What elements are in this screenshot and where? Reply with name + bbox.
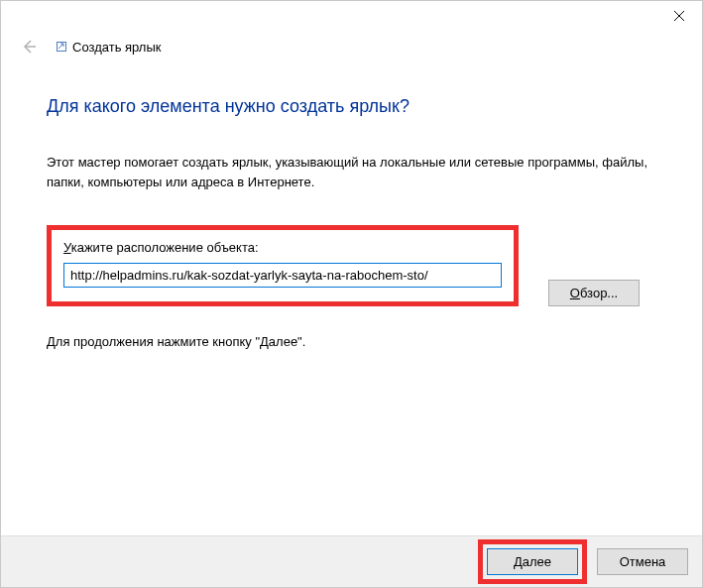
continue-hint: Для продолжения нажмите кнопку "Далее". — [47, 334, 656, 349]
wizard-description: Этот мастер помогает создать ярлык, указ… — [47, 153, 656, 191]
location-input[interactable] — [63, 263, 502, 288]
wizard-body: Для какого элемента нужно создать ярлык?… — [1, 57, 702, 349]
browse-button[interactable]: Обзор... — [548, 280, 640, 306]
window-title-row: Создать ярлык — [57, 40, 161, 55]
wizard-footer: Далее Отмена — [1, 535, 702, 587]
location-row: Укажите расположение объекта: Обзор... — [47, 225, 656, 306]
titlebar — [1, 1, 702, 33]
wizard-heading: Для какого элемента нужно создать ярлык? — [47, 96, 656, 117]
cancel-button[interactable]: Отмена — [597, 548, 688, 575]
shortcut-icon — [57, 42, 66, 52]
wizard-header: Создать ярлык — [1, 33, 702, 57]
location-highlight: Укажите расположение объекта: — [47, 225, 519, 306]
back-button[interactable] — [19, 37, 39, 57]
next-highlight: Далее — [478, 539, 587, 584]
arrow-left-icon — [20, 38, 38, 56]
close-button[interactable] — [656, 1, 702, 31]
close-icon — [673, 10, 685, 22]
window-title: Создать ярлык — [72, 40, 161, 55]
next-button[interactable]: Далее — [487, 548, 578, 575]
location-label: Укажите расположение объекта: — [63, 240, 502, 255]
